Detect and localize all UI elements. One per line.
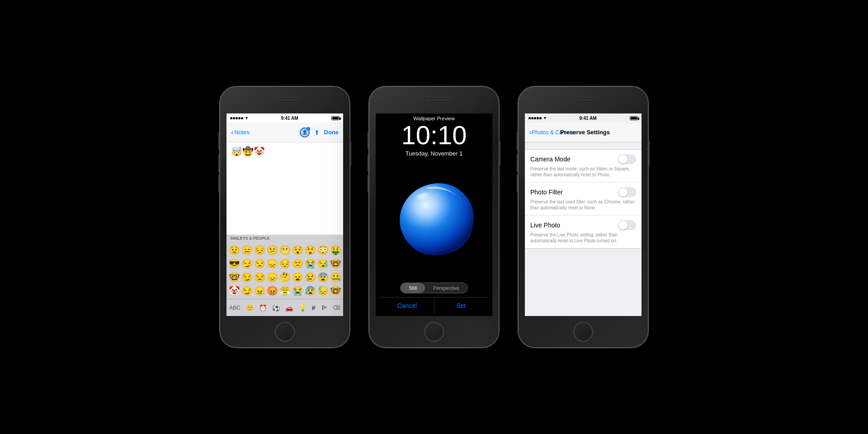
kb-time-icon[interactable]: ⏰ (259, 304, 267, 311)
emoji-4-7[interactable]: 😰 (304, 284, 316, 297)
emoji-4-9[interactable]: 🤓 (329, 284, 342, 297)
photo-filter-toggle[interactable] (618, 187, 636, 197)
kb-abc-btn[interactable]: ABC (229, 305, 241, 311)
iphone-top-3 (518, 86, 648, 113)
emoji-3-8[interactable]: 😨 (316, 271, 329, 283)
emoji-4-8[interactable]: 😓 (316, 284, 329, 297)
share-icon[interactable]: ⬆ (314, 129, 320, 136)
camera-mode-toggle[interactable] (618, 154, 636, 164)
front-camera-2 (423, 96, 427, 100)
emoji-4-3[interactable]: 😠 (253, 284, 266, 297)
live-photo-desc: Preserve the Live Photo setting, rather … (530, 232, 636, 244)
set-button[interactable]: Set (434, 297, 488, 314)
iphone-top-2 (369, 86, 499, 113)
emoji-4-1[interactable]: 🤡 (228, 284, 241, 297)
emoji-3-2[interactable]: 😏 (241, 271, 253, 283)
back-arrow-icon: ‹ (231, 128, 233, 137)
battery-icon-1 (331, 116, 340, 120)
wifi-icon-1: ▾ (245, 116, 248, 120)
preserve-settings-group: Camera Mode Preserve the last mode, such… (525, 149, 642, 249)
kb-delete-icon[interactable]: ⌫ (333, 305, 340, 311)
emoji-2-9[interactable]: 🤓 (329, 257, 342, 270)
notes-avatar[interactable]: 👤 ! (300, 127, 310, 137)
dot3 (236, 117, 238, 119)
note-emoji-text: 🤯🤠🤡 (231, 146, 265, 156)
emoji-2-6[interactable]: 🙁 (291, 257, 304, 270)
wallpaper-action-buttons: Cancel Set (380, 297, 488, 314)
emoji-3-9[interactable]: 🤐 (329, 271, 342, 283)
emoji-row-3: 🤓 😏 😒 😞 🤔 😦 😢 😨 🤐 (228, 271, 342, 283)
iphone-top-1 (220, 86, 350, 113)
kb-object-icon[interactable]: 💡 (299, 304, 307, 311)
emoji-1-3[interactable]: 😔 (253, 244, 266, 256)
front-camera-1 (274, 96, 278, 100)
keyboard-toolbar: ABC 🙂 ⏰ ⚽ 🚗 💡 # 🏳 ⌫ (226, 299, 343, 316)
emoji-keyboard: SMILEYS & PEOPLE 😟 😑 😔 😕 😬 😯 😲 😳 🤑 (226, 235, 343, 316)
emoji-row-1: 😟 😑 😔 😕 😬 😯 😲 😳 🤑 (228, 244, 342, 256)
emoji-3-1[interactable]: 🤓 (228, 271, 241, 283)
camera-mode-desc: Preserve the last mode, such as Video or… (530, 166, 636, 178)
kb-emoji-icon[interactable]: 🙂 (246, 304, 254, 311)
emoji-3-5[interactable]: 🤔 (278, 271, 291, 283)
still-toggle-btn[interactable]: Still (401, 283, 425, 293)
wallpaper-blob (389, 175, 479, 265)
sdot4 (537, 117, 539, 119)
emoji-2-8[interactable]: 😪 (316, 257, 329, 270)
emoji-2-4[interactable]: 😞 (266, 257, 278, 270)
wallpaper-controls: Still Perspective Cancel Set (376, 279, 492, 316)
emoji-4-2[interactable]: 😏 (241, 284, 253, 297)
emoji-2-3[interactable]: 😒 (253, 257, 266, 270)
notes-actions: 👤 ! ⬆ Done (300, 127, 339, 137)
wallpaper-screen: Wallpaper Preview 10:10 Tuesday, Novembe… (376, 113, 492, 316)
emoji-3-3[interactable]: 😒 (253, 271, 266, 283)
speaker-3 (576, 97, 599, 99)
kb-flag-icon[interactable]: 🏳 (321, 304, 327, 311)
notes-navbar: ‹ Notes 👤 ! ⬆ Done (226, 123, 343, 142)
home-button-3[interactable] (573, 322, 593, 342)
emoji-2-1[interactable]: 😎 (228, 257, 241, 270)
emoji-2-7[interactable]: 😭 (304, 257, 316, 270)
home-button-2[interactable] (424, 322, 444, 342)
camera-mode-header: Camera Mode (530, 154, 636, 164)
emoji-3-6[interactable]: 😦 (291, 271, 304, 283)
settings-content: Camera Mode Preserve the last mode, such… (525, 142, 642, 316)
emoji-1-4[interactable]: 😕 (266, 244, 278, 256)
notes-back-button[interactable]: ‹ Notes (231, 128, 250, 137)
iphone-settings: ▾ 9:41 AM ‹ Photos & Camera Preserve Set… (518, 86, 649, 348)
avatar-icon: 👤 (302, 130, 307, 135)
emoji-1-8[interactable]: 😳 (316, 244, 329, 256)
home-button-1[interactable] (275, 322, 295, 342)
emoji-4-5[interactable]: 😤 (278, 284, 291, 297)
battery-1 (331, 116, 340, 120)
emoji-4-6[interactable]: 😭 (291, 284, 304, 297)
dot4 (238, 117, 241, 119)
emoji-1-1[interactable]: 😟 (228, 244, 241, 256)
emoji-1-6[interactable]: 😯 (291, 244, 304, 256)
live-photo-row: Live Photo Preserve the Live Photo setti… (525, 216, 642, 248)
emoji-1-7[interactable]: 😲 (304, 244, 316, 256)
dot1 (230, 117, 232, 119)
emoji-2-5[interactable]: 😔 (278, 257, 291, 270)
signal-dots-3 (528, 117, 542, 119)
status-bar-3: ▾ 9:41 AM (525, 113, 642, 123)
emoji-1-9[interactable]: 🤑 (329, 244, 342, 256)
speaker-1 (278, 97, 301, 99)
emoji-1-2[interactable]: 😑 (241, 244, 253, 256)
battery-3 (630, 116, 638, 120)
cancel-button[interactable]: Cancel (380, 297, 434, 314)
live-photo-toggle[interactable] (618, 220, 636, 230)
kb-travel-icon[interactable]: 🚗 (285, 304, 293, 311)
emoji-3-4[interactable]: 😞 (266, 271, 278, 283)
photo-filter-desc: Preserve the last used filter, such as C… (530, 199, 636, 211)
notes-done-button[interactable]: Done (324, 129, 339, 136)
sdot2 (531, 117, 533, 119)
emoji-1-5[interactable]: 😬 (278, 244, 291, 256)
kb-symbol-icon[interactable]: # (312, 304, 316, 311)
emoji-4-4[interactable]: 😡 (266, 284, 278, 297)
settings-page-title: Preserve Settings (560, 129, 610, 136)
emoji-2-2[interactable]: 😏 (241, 257, 253, 270)
kb-activity-icon[interactable]: ⚽ (272, 304, 280, 311)
emoji-3-7[interactable]: 😢 (304, 271, 316, 283)
sdot5 (539, 117, 542, 119)
perspective-toggle-btn[interactable]: Perspective (425, 283, 467, 293)
